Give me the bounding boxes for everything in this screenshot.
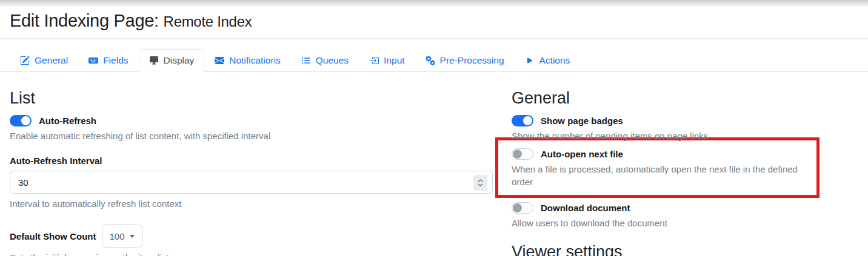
default-show-count-label: Default Show Count (10, 231, 96, 241)
auto-open-next-file-toggle[interactable] (512, 148, 533, 160)
header-divider (0, 38, 868, 39)
chevron-down-icon (478, 183, 483, 186)
tab-pre-processing[interactable]: Pre-Processing (415, 49, 515, 72)
tab-label: General (35, 55, 68, 66)
number-spinner[interactable] (473, 175, 487, 191)
caret-down-icon (130, 235, 135, 238)
auto-refresh-toggle[interactable] (10, 115, 32, 126)
toggle-knob (21, 116, 30, 125)
auto-refresh-help: Enable automatic refreshing of list cont… (10, 130, 493, 142)
auto-open-next-file-group: Auto-open next file When a file is proce… (512, 148, 810, 188)
auto-refresh-label: Auto-Refresh (39, 116, 96, 126)
list-section-heading: List (10, 89, 493, 108)
play-icon (525, 56, 535, 65)
download-document-group: Download document Allow users to downloa… (512, 202, 820, 229)
tab-label: Fields (103, 55, 128, 66)
auto-open-next-file-label: Auto-open next file (541, 149, 623, 159)
tab-queues[interactable]: Queues (291, 49, 359, 72)
tab-label: Display (164, 55, 195, 66)
auto-refresh-interval-help: Interval to automatically refresh list c… (10, 197, 493, 210)
page-title-main: Edit Indexing Page: (10, 11, 159, 30)
tab-general[interactable]: General (10, 49, 78, 72)
list-icon (301, 56, 311, 65)
default-show-count-dropdown[interactable]: 100 (102, 225, 142, 248)
tab-label: Queues (316, 55, 349, 66)
auto-refresh-interval-field (10, 171, 493, 194)
show-page-badges-label: Show page badges (541, 116, 623, 126)
list-settings-column: List Auto-Refresh Enable automatic refre… (10, 89, 493, 256)
download-document-help: Allow users to download the document (512, 217, 820, 229)
page-title-subtitle: Remote Index (164, 13, 252, 30)
show-page-badges-toggle[interactable] (512, 115, 533, 126)
general-settings-column: General Show page badges Show the number… (512, 89, 820, 256)
box-arrow-in-right-icon (369, 56, 379, 65)
tab-label: Pre-Processing (440, 55, 504, 66)
download-document-toggle[interactable] (512, 202, 533, 214)
toggle-knob (513, 149, 522, 159)
pencil-square-icon (20, 56, 30, 65)
envelope-icon (215, 56, 224, 65)
page-title: Edit Indexing Page: Remote Index (10, 11, 858, 31)
default-show-count-value: 100 (110, 231, 125, 241)
tab-label: Actions (539, 55, 570, 66)
default-show-count-help: Sets the initial page size on the item l… (10, 251, 493, 256)
auto-refresh-group: Auto-Refresh Enable automatic refreshing… (10, 115, 493, 142)
auto-refresh-interval-input[interactable] (10, 171, 492, 193)
keyboard-icon (88, 56, 98, 65)
highlight-annotation-box: Auto-open next file When a file is proce… (495, 137, 820, 198)
tab-notifications[interactable]: Notifications (204, 49, 290, 72)
tab-label: Notifications (229, 55, 280, 66)
toggle-knob (523, 116, 532, 125)
download-document-label: Download document (541, 203, 630, 213)
tab-label: Input (384, 55, 404, 66)
general-section-heading: General (512, 89, 820, 108)
auto-open-next-file-help: When a file is processed, automatically … (512, 163, 810, 188)
tab-actions[interactable]: Actions (515, 49, 581, 72)
tab-input[interactable]: Input (359, 49, 415, 72)
tab-bar: General Fields Display Notifications Que… (0, 49, 868, 72)
display-icon (149, 56, 159, 65)
tab-fields[interactable]: Fields (78, 49, 138, 72)
viewer-section-heading: Viewer settings (512, 243, 820, 256)
top-shadow-gradient (0, 0, 868, 7)
gears-icon (426, 56, 435, 65)
toggle-knob (513, 203, 522, 212)
tab-display[interactable]: Display (139, 49, 205, 72)
auto-refresh-interval-label: Auto-Refresh Interval (10, 156, 493, 166)
chevron-up-icon (478, 179, 483, 182)
